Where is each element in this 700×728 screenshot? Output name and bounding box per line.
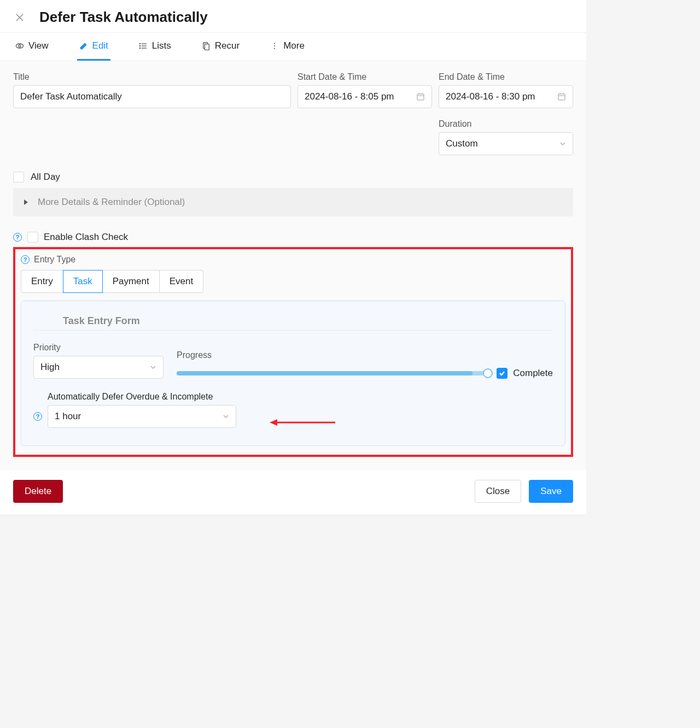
tab-view[interactable]: View	[13, 33, 51, 61]
svg-rect-11	[205, 44, 209, 50]
delete-button[interactable]: Delete	[13, 480, 63, 503]
svg-rect-15	[417, 94, 424, 100]
slider-thumb[interactable]	[483, 368, 493, 378]
progress-label: Progress	[177, 350, 553, 360]
end-date-label: End Date & Time	[439, 72, 573, 82]
complete-label: Complete	[513, 368, 553, 379]
tab-recur[interactable]: Recur	[200, 33, 242, 61]
entry-type-segmented: Entry Task Payment Event	[21, 270, 565, 293]
task-entry-form: Task Entry Form Priority High Progress	[21, 301, 565, 446]
entry-type-task[interactable]: Task	[63, 270, 103, 293]
end-date-value: 2024-08-16 - 8:30 pm	[446, 91, 535, 102]
save-button[interactable]: Save	[529, 480, 573, 503]
tab-bar: View Edit Lists Recur More	[0, 33, 586, 61]
duration-select[interactable]: Custom	[439, 132, 573, 155]
calendar-icon	[416, 92, 425, 101]
svg-point-3	[19, 45, 21, 47]
help-icon[interactable]: ?	[21, 255, 30, 264]
chevron-down-icon	[223, 413, 229, 420]
clash-check-checkbox[interactable]	[27, 232, 38, 243]
svg-point-9	[139, 48, 140, 48]
all-day-label: All Day	[31, 172, 60, 183]
chevron-down-icon	[559, 140, 566, 147]
tab-recur-label: Recur	[215, 40, 240, 51]
complete-checkbox[interactable]	[497, 368, 508, 379]
entry-type-entry[interactable]: Entry	[21, 270, 63, 293]
priority-value: High	[40, 362, 60, 373]
tab-lists-label: Lists	[152, 40, 171, 51]
priority-select[interactable]: High	[33, 356, 164, 379]
defer-value: 1 hour	[55, 411, 81, 422]
tab-more[interactable]: More	[268, 33, 307, 61]
start-date-input[interactable]: 2024-08-16 - 8:05 pm	[298, 85, 432, 108]
duration-label: Duration	[439, 119, 573, 129]
start-date-value: 2024-08-16 - 8:05 pm	[305, 91, 394, 102]
entry-type-payment[interactable]: Payment	[102, 270, 160, 293]
tab-lists[interactable]: Lists	[137, 33, 173, 61]
svg-point-7	[139, 43, 140, 44]
help-icon[interactable]: ?	[13, 233, 22, 242]
end-date-input[interactable]: 2024-08-16 - 8:30 pm	[439, 85, 573, 108]
more-details-toggle[interactable]: More Details & Reminder (Optional)	[13, 188, 573, 216]
tab-edit-label: Edit	[92, 40, 108, 51]
svg-point-8	[139, 45, 140, 46]
entry-type-event[interactable]: Event	[159, 270, 203, 293]
tab-view-label: View	[28, 40, 49, 51]
calendar-icon	[557, 92, 566, 101]
page-title: Defer Task Automatically	[39, 9, 208, 26]
all-day-checkbox[interactable]	[13, 172, 24, 183]
priority-label: Priority	[33, 343, 164, 353]
title-label: Title	[13, 72, 291, 82]
tab-more-label: More	[283, 40, 305, 51]
highlight-region: ? Entry Type Entry Task Payment Event Ta…	[13, 247, 573, 457]
duration-value: Custom	[446, 138, 478, 149]
svg-rect-19	[558, 94, 565, 100]
chevron-down-icon	[150, 364, 156, 371]
progress-slider[interactable]	[177, 371, 488, 375]
title-input[interactable]	[13, 85, 291, 108]
svg-marker-24	[270, 419, 277, 426]
caret-right-icon	[24, 199, 28, 205]
svg-point-14	[274, 48, 275, 49]
svg-point-2	[16, 44, 23, 48]
entry-type-label: Entry Type	[34, 255, 75, 265]
svg-point-12	[274, 43, 275, 44]
close-button[interactable]: Close	[475, 480, 521, 503]
defer-label: Automatically Defer Overdue & Incomplete	[33, 392, 236, 402]
tab-edit[interactable]: Edit	[77, 33, 110, 61]
start-date-label: Start Date & Time	[298, 72, 432, 82]
more-details-label: More Details & Reminder (Optional)	[38, 197, 185, 208]
svg-point-13	[274, 45, 275, 46]
task-form-legend: Task Entry Form	[33, 315, 553, 331]
clash-check-label: Enable Clash Check	[44, 232, 128, 243]
annotation-arrow	[270, 417, 335, 430]
defer-select[interactable]: 1 hour	[48, 405, 236, 428]
help-icon[interactable]: ?	[33, 412, 42, 421]
close-icon[interactable]	[13, 11, 26, 24]
